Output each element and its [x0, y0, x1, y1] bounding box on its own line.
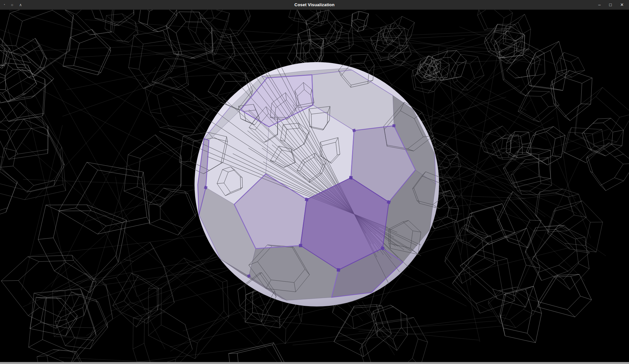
maximize-button[interactable]: □: [609, 3, 612, 7]
viewport[interactable]: [0, 10, 629, 362]
window-bottom-edge: [0, 362, 629, 364]
titlebar[interactable]: • ○ ∧ Coset Visualization – □ ✕: [0, 0, 629, 10]
window-title: Coset Visualization: [295, 2, 335, 7]
minimize-button[interactable]: –: [598, 3, 601, 7]
chevron-up-icon[interactable]: ∧: [19, 3, 22, 7]
app-dot-icon: •: [4, 3, 5, 6]
close-button[interactable]: ✕: [620, 3, 624, 7]
window-controls: – □ ✕: [598, 0, 624, 9]
titlebar-left-icons: • ○ ∧: [4, 0, 22, 9]
app-window: • ○ ∧ Coset Visualization – □ ✕: [0, 0, 629, 364]
coset-3d-canvas[interactable]: [0, 10, 629, 362]
record-circle-icon[interactable]: ○: [11, 3, 13, 7]
